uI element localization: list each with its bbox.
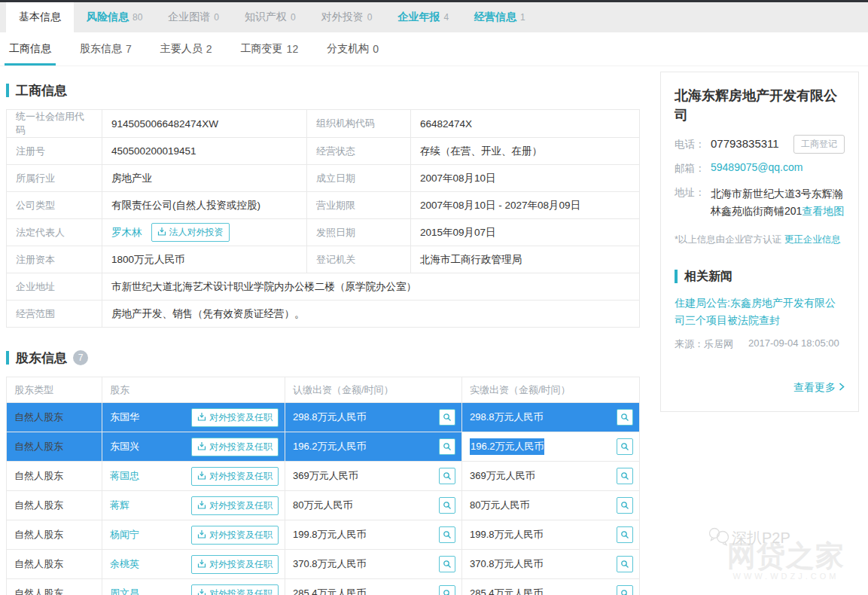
field-label: 成立日期 bbox=[307, 165, 411, 192]
tab-label: 基本信息 bbox=[19, 11, 61, 24]
table-row: 法定代表人 罗木林 法人对外投资 发照日期 2015年09月07日 bbox=[7, 219, 640, 246]
table-header-row: 股东类型 股东 认缴出资（金额/时间） 实缴出资（金额/时间） bbox=[7, 377, 640, 403]
subtab-branches[interactable]: 分支机构0 bbox=[327, 32, 379, 66]
magnifier-button[interactable] bbox=[617, 409, 633, 426]
column-header: 实缴出资（金额/时间） bbox=[462, 377, 640, 403]
subscribed-amount: 369万元人民币 bbox=[293, 469, 358, 483]
note-text: *以上信息由企业官方认证 bbox=[675, 234, 784, 245]
magnifier-button[interactable] bbox=[617, 526, 633, 543]
subtab-key-personnel[interactable]: 主要人员2 bbox=[160, 32, 212, 66]
invest-position-button[interactable]: 对外投资及任职 bbox=[191, 408, 279, 427]
tab-outbound-investment[interactable]: 对外投资0 bbox=[309, 2, 385, 32]
field-label: 登记机关 bbox=[307, 246, 411, 273]
news-timestamp: 2017-09-04 18:05:00 bbox=[748, 337, 839, 351]
shareholder-name-link[interactable]: 周文昌 bbox=[110, 587, 139, 595]
shareholder-row: 自然人股东 东国兴 对外投资及任职 196.2万元人民币 196.2万元人民币 bbox=[7, 432, 640, 462]
magnifier-button[interactable] bbox=[617, 585, 633, 595]
field-value: 2007年08月10日 bbox=[411, 165, 640, 192]
column-header: 股东类型 bbox=[7, 377, 102, 403]
tab-count: 1 bbox=[520, 12, 525, 23]
magnifier-button[interactable] bbox=[617, 468, 633, 484]
tab-intellectual-property[interactable]: 知识产权0 bbox=[232, 2, 309, 32]
business-registration-button[interactable]: 工商登记 bbox=[793, 135, 845, 154]
tab-risk-info[interactable]: 风险信息80 bbox=[74, 2, 155, 32]
magnifier-button[interactable] bbox=[439, 409, 455, 426]
view-more-label: 查看更多 bbox=[793, 381, 836, 393]
button-label: 对外投资及任职 bbox=[209, 558, 273, 571]
invest-position-button[interactable]: 对外投资及任职 bbox=[191, 526, 279, 545]
email-link[interactable]: 59489075@qq.com bbox=[711, 161, 803, 173]
tab-count: 80 bbox=[132, 12, 142, 23]
magnifier-button[interactable] bbox=[439, 585, 455, 595]
magnifier-button[interactable] bbox=[439, 438, 455, 455]
magnifier-button[interactable] bbox=[617, 556, 633, 572]
shareholder-row: 自然人股东 周文昌 对外投资及任职 285.4万元人民币 285.4万元人民币 bbox=[7, 579, 640, 595]
subtab-count: 7 bbox=[126, 43, 132, 55]
view-more-link[interactable]: 查看更多 bbox=[793, 381, 845, 393]
field-value: 9145050066482474XW bbox=[102, 110, 307, 138]
shareholder-name-link[interactable]: 蒋辉 bbox=[110, 499, 129, 512]
legal-rep-link[interactable]: 罗木林 bbox=[111, 226, 142, 240]
magnifier-button[interactable] bbox=[439, 556, 455, 572]
field-label: 注册资本 bbox=[7, 246, 102, 273]
email-row: 邮箱： 59489075@qq.com bbox=[675, 161, 845, 175]
shareholder-name-link[interactable]: 蒋国忠 bbox=[110, 469, 139, 483]
subtab-business-changes[interactable]: 工商变更12 bbox=[241, 32, 299, 66]
field-label: 营业期限 bbox=[307, 192, 411, 219]
magnifier-button[interactable] bbox=[617, 497, 633, 514]
company-name: 北海东辉房地产开发有限公司 bbox=[675, 86, 845, 125]
invest-position-button[interactable]: 对外投资及任职 bbox=[191, 555, 279, 574]
magnifier-button[interactable] bbox=[439, 526, 455, 543]
subscribed-amount: 298.8万元人民币 bbox=[293, 410, 367, 424]
magnifier-button[interactable] bbox=[439, 468, 455, 484]
tab-count: 0 bbox=[214, 12, 219, 23]
chat-bubbles-icon bbox=[708, 526, 730, 550]
correct-info-link[interactable]: 更正企业信息 bbox=[784, 234, 841, 245]
tab-annual-report[interactable]: 企业年报4 bbox=[385, 2, 461, 32]
address-value: 北海市新世纪大道3号东辉瀚林鑫苑临街商铺201查看地图 bbox=[711, 185, 845, 220]
address-label: 地址： bbox=[675, 185, 711, 200]
shareholder-name-link[interactable]: 余桃英 bbox=[110, 557, 139, 571]
subscribed-amount: 80万元人民币 bbox=[293, 499, 352, 512]
tab-count: 4 bbox=[443, 12, 449, 23]
section-title: 工商信息 bbox=[16, 82, 67, 99]
news-headline-link[interactable]: 住建局公告:东鑫房地产开发有限公司三个项目被法院查封 bbox=[675, 294, 845, 329]
view-map-link[interactable]: 查看地图 bbox=[802, 205, 844, 217]
field-label: 经营状态 bbox=[307, 138, 411, 165]
subscribed-amount: 370.8万元人民币 bbox=[293, 557, 367, 571]
shareholder-name-link[interactable]: 杨闻宁 bbox=[110, 528, 139, 542]
magnifier-button[interactable] bbox=[439, 497, 455, 514]
field-value: 存续（在营、开业、在册） bbox=[411, 138, 640, 165]
subscribed-amount: 199.8万元人民币 bbox=[293, 528, 367, 542]
invest-position-button[interactable]: 对外投资及任职 bbox=[191, 496, 279, 515]
tab-operation-info[interactable]: 经营信息1 bbox=[461, 2, 538, 32]
field-value: 2007年08月10日 - 2027年08月09日 bbox=[411, 192, 640, 219]
subtab-shareholders[interactable]: 股东信息7 bbox=[80, 32, 132, 66]
invest-position-button[interactable]: 对外投资及任职 bbox=[191, 584, 279, 595]
subtab-label: 主要人员 bbox=[160, 42, 203, 56]
tab-company-graph[interactable]: 企业图谱0 bbox=[155, 2, 232, 32]
news-source: 来源：乐居网 bbox=[675, 337, 733, 351]
shareholder-row: 自然人股东 蒋辉 对外投资及任职 80万元人民币 80万元人民币 bbox=[7, 491, 640, 520]
shareholder-name-link[interactable]: 东国华 bbox=[110, 410, 139, 424]
export-icon bbox=[197, 500, 206, 511]
invest-position-button[interactable]: 对外投资及任职 bbox=[191, 438, 279, 456]
subtab-business-info[interactable]: 工商信息 bbox=[9, 32, 51, 66]
section-title: 股东信息 bbox=[16, 349, 67, 367]
magnifier-button[interactable] bbox=[617, 438, 633, 455]
field-label: 统一社会信用代码 bbox=[7, 110, 102, 138]
paid-amount: 196.2万元人民币 bbox=[470, 438, 544, 455]
tab-count: 0 bbox=[291, 12, 296, 23]
shareholder-name-link[interactable]: 东国兴 bbox=[110, 440, 139, 453]
column-header: 股东 bbox=[102, 377, 285, 403]
shareholder-type: 自然人股东 bbox=[7, 491, 102, 520]
shareholder-row: 自然人股东 杨闻宁 对外投资及任职 199.8万元人民币 199.8万元人民币 bbox=[7, 520, 640, 550]
tab-basic-info[interactable]: 基本信息 bbox=[6, 2, 74, 32]
export-icon bbox=[197, 588, 206, 595]
legal-rep-investment-button[interactable]: 法人对外投资 bbox=[151, 223, 230, 242]
shareholder-row: 自然人股东 东国华 对外投资及任职 298.8万元人民币 298.8万元人民币 bbox=[7, 403, 640, 432]
company-summary-card: 北海东辉房地产开发有限公司 电话： 07793835311 工商登记 邮箱： 5… bbox=[660, 72, 859, 412]
field-value: 房地产业 bbox=[102, 165, 307, 192]
table-row: 统一社会信用代码 9145050066482474XW 组织机构代码 66482… bbox=[7, 110, 640, 138]
invest-position-button[interactable]: 对外投资及任职 bbox=[191, 467, 279, 486]
